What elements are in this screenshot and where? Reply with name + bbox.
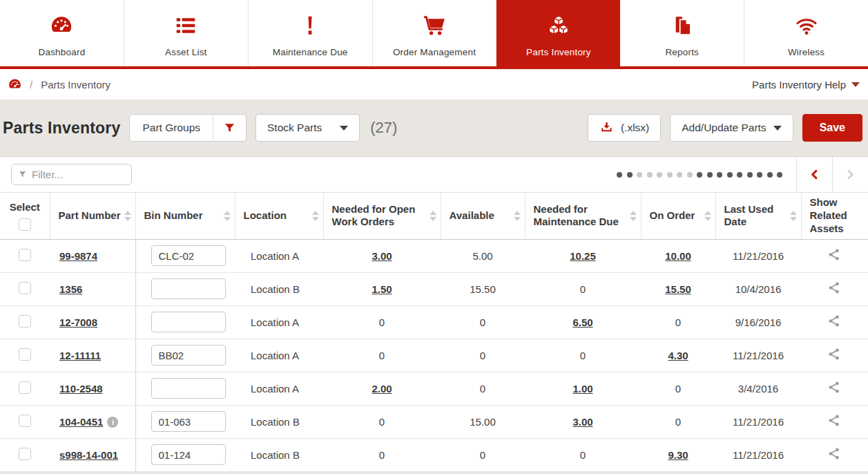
cell-needed-open: 0 xyxy=(323,438,441,471)
nav-item-order-management[interactable]: Order Management xyxy=(373,0,497,66)
last-used-value: 3/4/2016 xyxy=(738,383,778,395)
sort-icon[interactable] xyxy=(430,211,436,221)
page-dot[interactable] xyxy=(647,172,653,178)
share-icon[interactable] xyxy=(827,347,842,361)
sort-icon[interactable] xyxy=(124,211,131,221)
row-checkbox[interactable] xyxy=(19,282,31,294)
page-dot[interactable] xyxy=(767,172,773,178)
nav-item-asset-list[interactable]: Asset List xyxy=(124,0,249,66)
page-dot[interactable] xyxy=(747,172,753,178)
stock-parts-select[interactable]: Stock Parts xyxy=(255,114,360,142)
page-dot[interactable] xyxy=(627,172,633,178)
page-dot[interactable] xyxy=(657,172,662,178)
col-bin-number[interactable]: Bin Number xyxy=(135,193,235,239)
nav-label: Wireless xyxy=(788,47,824,57)
next-page-button[interactable] xyxy=(832,157,868,192)
share-icon[interactable] xyxy=(827,413,842,428)
needed-open-link[interactable]: 2.00 xyxy=(372,383,392,395)
bin-number-input[interactable] xyxy=(151,378,226,399)
page-dot[interactable] xyxy=(617,172,622,178)
col-on-order[interactable]: On Order xyxy=(641,193,715,239)
share-icon[interactable] xyxy=(827,380,842,395)
bin-number-input[interactable] xyxy=(151,444,226,465)
row-checkbox[interactable] xyxy=(19,448,31,460)
col-location[interactable]: Location xyxy=(235,193,323,239)
row-checkbox[interactable] xyxy=(19,415,31,427)
col-needed-open[interactable]: Needed for Open Work Orders xyxy=(323,193,441,239)
col-available[interactable]: Available xyxy=(441,193,525,239)
on-order-link[interactable]: 9.30 xyxy=(668,449,688,461)
page-dot[interactable] xyxy=(777,172,782,178)
col-part-number[interactable]: Part Number xyxy=(50,193,135,239)
help-dropdown[interactable]: Parts Inventory Help xyxy=(752,79,860,91)
on-order-link[interactable]: 10.00 xyxy=(665,250,691,262)
needed-maintenance-link[interactable]: 3.00 xyxy=(572,416,592,428)
needed-maintenance-link[interactable]: 10.25 xyxy=(570,250,596,262)
bin-number-input[interactable] xyxy=(151,345,226,366)
part-number-link[interactable]: s998-14-001 xyxy=(59,449,118,461)
table-row: 104-0451iLocation B015.003.00011/21/2016 xyxy=(0,405,868,438)
wifi-icon xyxy=(795,14,818,37)
col-needed-maintenance[interactable]: Needed for Maintenance Due xyxy=(525,193,641,239)
share-icon[interactable] xyxy=(827,247,842,262)
page-dot[interactable] xyxy=(667,172,673,178)
info-icon[interactable]: i xyxy=(107,417,118,428)
sort-icon[interactable] xyxy=(514,211,521,221)
part-groups-filter-button[interactable] xyxy=(213,115,246,141)
row-checkbox[interactable] xyxy=(19,381,31,394)
part-number-link[interactable]: 110-2548 xyxy=(59,383,103,395)
sort-icon[interactable] xyxy=(790,211,797,221)
home-speedometer-icon[interactable] xyxy=(8,78,21,91)
nav-item-parts-inventory[interactable]: Parts Inventory xyxy=(496,0,620,66)
add-update-parts-button[interactable]: Add/Update Parts xyxy=(670,114,793,142)
part-number-link[interactable]: 12-7008 xyxy=(59,316,97,328)
sort-icon[interactable] xyxy=(630,211,637,221)
share-icon[interactable] xyxy=(827,314,842,328)
nav-item-dashboard[interactable]: Dashboard xyxy=(0,0,124,66)
needed-maintenance-link[interactable]: 1.00 xyxy=(572,383,592,395)
on-order-link[interactable]: 4.30 xyxy=(668,350,688,361)
page-dot[interactable] xyxy=(707,172,713,178)
page-dot[interactable] xyxy=(757,172,762,178)
top-nav: Dashboard Asset List Maintenance Due Ord… xyxy=(0,0,868,69)
filter-input[interactable] xyxy=(32,169,125,180)
needed-open-link[interactable]: 3.00 xyxy=(372,250,392,262)
cell-show-related xyxy=(801,239,868,272)
part-number-link[interactable]: 99-9874 xyxy=(59,250,97,262)
bin-number-input[interactable] xyxy=(151,411,226,432)
on-order-link[interactable]: 15.50 xyxy=(665,283,691,295)
part-number-link[interactable]: 1356 xyxy=(59,283,82,295)
sort-icon[interactable] xyxy=(704,211,711,221)
nav-item-maintenance-due[interactable]: Maintenance Due xyxy=(249,0,373,66)
sort-icon[interactable] xyxy=(224,211,231,221)
part-number-link[interactable]: 12-11111 xyxy=(59,350,101,361)
nav-item-wireless[interactable]: Wireless xyxy=(744,0,868,66)
prev-page-button[interactable] xyxy=(796,157,832,192)
part-groups-button[interactable]: Part Groups xyxy=(130,115,213,141)
row-checkbox[interactable] xyxy=(19,348,31,361)
page-dot[interactable] xyxy=(697,172,702,178)
needed-open-link[interactable]: 1.50 xyxy=(372,283,392,295)
share-icon[interactable] xyxy=(827,446,842,461)
share-icon[interactable] xyxy=(827,281,842,295)
col-last-used[interactable]: Last Used Date xyxy=(715,193,801,239)
page-dot[interactable] xyxy=(687,172,693,178)
needed-maintenance-link[interactable]: 6.50 xyxy=(572,316,592,328)
page-dot[interactable] xyxy=(637,172,642,178)
bin-number-input[interactable] xyxy=(151,245,226,266)
page-dot[interactable] xyxy=(677,172,682,178)
select-all-checkbox[interactable] xyxy=(19,218,31,231)
save-button[interactable]: Save xyxy=(802,114,862,142)
nav-item-reports[interactable]: Reports xyxy=(620,0,744,66)
page-dot[interactable] xyxy=(727,172,733,178)
page-dot[interactable] xyxy=(737,172,742,178)
bin-number-input[interactable] xyxy=(151,312,226,332)
row-checkbox[interactable] xyxy=(19,315,31,328)
part-number-link[interactable]: 104-0451 xyxy=(59,416,103,428)
bin-number-input[interactable] xyxy=(151,278,226,299)
export-xlsx-button[interactable]: (.xlsx) xyxy=(588,114,661,142)
page-dot[interactable] xyxy=(717,172,722,178)
sort-icon[interactable] xyxy=(312,211,319,221)
row-checkbox[interactable] xyxy=(19,249,31,261)
table-body: 99-9874Location A3.005.0010.2510.0011/21… xyxy=(0,239,868,471)
